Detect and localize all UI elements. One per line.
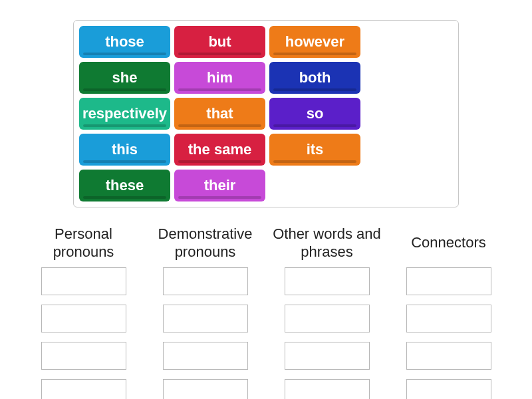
word-tile[interactable]: both	[269, 62, 360, 94]
drop-slot[interactable]	[285, 305, 370, 332]
word-tile[interactable]: so	[269, 98, 360, 130]
category-title: Other words and phrases	[270, 223, 384, 262]
category-title: Personal pronouns	[27, 223, 140, 262]
category-column: Demonstrative pronouns	[148, 223, 262, 399]
drop-slot[interactable]	[41, 379, 126, 399]
word-tile[interactable]: those	[79, 26, 170, 58]
word-tile[interactable]: the same	[174, 134, 265, 166]
drop-slot[interactable]	[41, 267, 126, 295]
drop-slot[interactable]	[163, 267, 248, 295]
drop-slot[interactable]	[163, 342, 248, 370]
drop-slot[interactable]	[41, 342, 126, 370]
drop-slot[interactable]	[406, 267, 491, 295]
word-tile[interactable]: these	[79, 170, 170, 201]
word-bank: thosebuthowevershehimbothrespectivelytha…	[73, 20, 459, 207]
category-column: Other words and phrases	[270, 223, 384, 399]
category-title: Connectors	[411, 223, 486, 262]
drop-slot[interactable]	[285, 267, 370, 295]
word-tile[interactable]: him	[174, 62, 265, 94]
word-tile[interactable]: its	[269, 134, 360, 166]
drop-slot[interactable]	[41, 305, 126, 332]
drop-slot[interactable]	[163, 379, 248, 399]
word-tile[interactable]: however	[269, 26, 360, 58]
word-tile[interactable]: she	[79, 62, 170, 94]
category-title: Demonstrative pronouns	[148, 223, 262, 262]
word-tile[interactable]: their	[174, 170, 265, 201]
category-column: Personal pronouns	[27, 223, 140, 399]
drop-slot[interactable]	[285, 379, 370, 399]
drop-slot[interactable]	[406, 379, 491, 399]
drop-slot[interactable]	[163, 305, 248, 332]
word-tile[interactable]: this	[79, 134, 170, 166]
drop-slot[interactable]	[406, 342, 491, 370]
drop-slot[interactable]	[406, 305, 491, 332]
word-tile[interactable]: that	[174, 98, 265, 130]
word-tile[interactable]: but	[174, 26, 265, 58]
category-column: Connectors	[392, 223, 505, 399]
drop-slot[interactable]	[285, 342, 370, 370]
word-tile[interactable]: respectively	[79, 98, 170, 130]
categories-row: Personal pronounsDemonstrative pronounsO…	[27, 223, 505, 399]
